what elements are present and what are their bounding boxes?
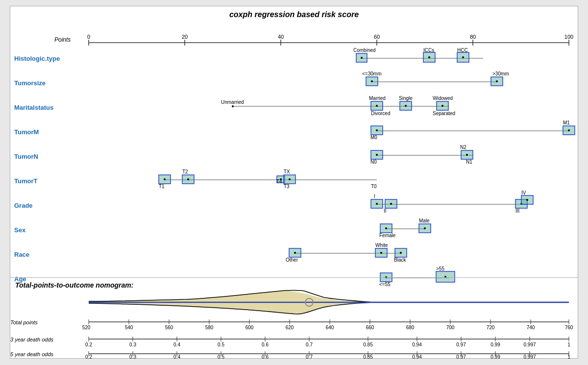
cat-t0: T0: [371, 184, 377, 189]
tp-660: 660: [366, 325, 374, 330]
3yr-0.7: 0.7: [306, 342, 313, 347]
dot-grade-2: [390, 203, 392, 205]
5yr-0.85: 0.85: [363, 354, 373, 359]
points-tick-20: 20: [182, 34, 188, 40]
5yr-0.7: 0.7: [306, 354, 313, 359]
tp-740: 740: [527, 325, 535, 330]
label-race: Race: [14, 251, 29, 258]
cat-divorced: Divorced: [371, 111, 390, 116]
3yr-0.4: 0.4: [173, 342, 180, 347]
cat-white: White: [375, 243, 388, 248]
cat-single: Single: [399, 96, 413, 101]
points-tick-60: 60: [374, 34, 380, 40]
tp-620: 620: [286, 325, 294, 330]
cat-black: Black: [394, 257, 406, 263]
dot-widowed: [441, 105, 443, 107]
tp-640: 640: [326, 325, 334, 330]
5yr-0.2: 0.2: [85, 354, 92, 359]
cat-t4: T4: [276, 179, 282, 184]
3yr-0.2: 0.2: [85, 342, 92, 347]
cat-iccs: ICCs: [423, 48, 434, 53]
chart-title: coxph regression based risk score: [10, 6, 578, 19]
dot-histologic-combined: [361, 57, 363, 59]
cat-n1: N1: [466, 159, 472, 165]
tp-700: 700: [446, 325, 455, 330]
5yr-0.997: 0.997: [523, 354, 536, 359]
cat-female: Female: [379, 233, 396, 238]
label-sex: Sex: [14, 226, 26, 234]
5yr-0.97: 0.97: [456, 354, 466, 359]
label-tumorm: TumorM: [14, 128, 39, 136]
cat-tx: TX: [284, 169, 290, 174]
chart-container: coxph regression based risk score Points…: [10, 6, 578, 359]
tp-760: 760: [565, 325, 573, 330]
dot-n1: [466, 154, 468, 156]
dot-tx: [289, 178, 291, 180]
dot-female: [385, 227, 387, 229]
dot-grade-1: [376, 203, 378, 205]
3yr-0.997: 0.997: [523, 342, 536, 347]
5yr-0.4: 0.4: [173, 354, 180, 359]
cat-age-gt55: >55: [436, 266, 444, 271]
5yr-label: 5 year death odds: [10, 351, 54, 357]
nomogram-title: Total-points-to-outcome nomogram:: [15, 281, 133, 289]
dot-histologic-iccs: [428, 56, 430, 58]
points-tick-80: 80: [470, 34, 476, 40]
cat-widowed: Widowed: [433, 96, 453, 101]
cat-t1: T1: [159, 184, 165, 189]
dot-single: [405, 105, 407, 107]
3yr-0.5: 0.5: [218, 342, 224, 347]
nomogram-svg: Points 0 20 40 60 80 100 Histologic.type…: [10, 19, 578, 293]
cat-m1: M1: [563, 120, 570, 125]
dot-unmarried: [232, 105, 234, 107]
tp-580: 580: [205, 325, 214, 330]
points-tick-40: 40: [278, 34, 284, 40]
dot-grade-4: [526, 199, 528, 201]
5yr-0.94: 0.94: [412, 354, 422, 359]
points-label: Points: [54, 36, 71, 43]
dot-black: [400, 252, 402, 254]
dot-other: [294, 252, 296, 254]
5yr-0.3: 0.3: [129, 354, 136, 359]
3yr-1: 1: [567, 342, 570, 347]
dot-histologic-hcc: [462, 56, 464, 58]
label-tumorn: TumorN: [14, 153, 38, 160]
dot-m0: [376, 129, 378, 131]
3yr-0.97: 0.97: [456, 342, 466, 347]
5yr-1: 1: [567, 354, 570, 359]
dot-male: [424, 227, 426, 229]
cat-gt30mm: >30mm: [492, 71, 509, 76]
tp-680: 680: [406, 325, 415, 330]
5yr-0.99: 0.99: [490, 354, 500, 359]
dot-t2: [187, 178, 189, 180]
5yr-0.6: 0.6: [262, 354, 269, 359]
cat-other: Other: [286, 257, 298, 263]
label-tumort: TumorT: [14, 177, 37, 185]
3yr-0.99: 0.99: [490, 342, 500, 347]
3yr-0.85: 0.85: [363, 342, 373, 347]
cat-combined: Combined: [353, 48, 376, 53]
dot-white: [380, 252, 382, 254]
label-marital: Maritalstatus: [14, 104, 53, 111]
cat-unmarried: Unmarried: [221, 99, 244, 105]
dot-married: [376, 105, 378, 107]
cat-grade-1: I: [374, 194, 375, 199]
dot-tumor-le30: [371, 80, 373, 82]
cat-t3: T3: [284, 184, 290, 189]
main-area: Points 0 20 40 60 80 100 Histologic.type…: [10, 19, 578, 293]
tp-540: 540: [125, 325, 133, 330]
dot-t1: [164, 178, 166, 180]
cat-t2: T2: [182, 169, 188, 174]
5yr-0.5: 0.5: [218, 354, 224, 359]
cat-grade-3: III: [515, 208, 519, 214]
cat-n0: N0: [370, 159, 377, 165]
tp-720: 720: [487, 325, 495, 330]
label-grade: Grade: [14, 202, 33, 209]
cat-married: Married: [369, 96, 386, 101]
points-tick-0: 0: [87, 34, 90, 40]
tp-560: 560: [165, 325, 173, 330]
total-points-label: Total points: [10, 319, 38, 325]
3yr-0.3: 0.3: [129, 342, 136, 347]
cat-le30mm: <=30mm: [362, 71, 381, 76]
cat-n2: N2: [460, 145, 466, 150]
